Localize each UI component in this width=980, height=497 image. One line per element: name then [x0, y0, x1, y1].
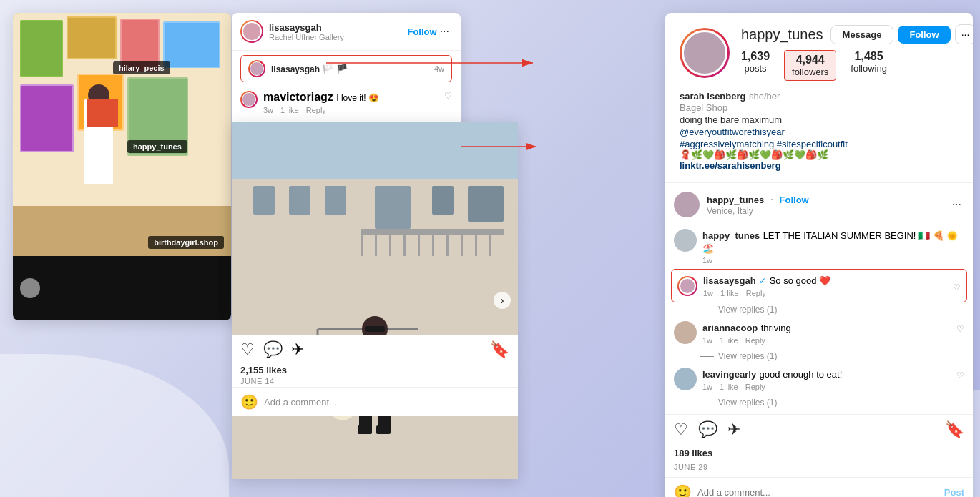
- highlighted-comment-text: lisasaysgah 🏳️ 🏴: [271, 64, 348, 74]
- bio-emojis: 🧣🌿💚🎒🌿🎒🌿💚🎒🌿💚🎒🌿: [680, 149, 959, 160]
- highlighted-comment-time: 4w: [434, 64, 444, 73]
- right-post-location: Venice, Italy: [707, 206, 949, 216]
- middle-username[interactable]: lisasaysgah: [269, 22, 407, 33]
- c2-reply[interactable]: Reply: [745, 336, 765, 345]
- post-comment-placeholder[interactable]: Add a comment...: [264, 397, 509, 408]
- svg-rect-37: [461, 235, 463, 256]
- right-post-button[interactable]: Post: [944, 487, 964, 498]
- h-comment-reply[interactable]: Reply: [746, 289, 766, 297]
- profile-avatar-inner: [682, 30, 727, 76]
- h-comment-time: 1w: [703, 289, 713, 297]
- svg-rect-58: [358, 425, 372, 434]
- bio-link[interactable]: linktr.ee/sarahisenberg: [680, 160, 959, 171]
- svg-rect-26: [375, 186, 411, 229]
- next-image-button[interactable]: ›: [494, 292, 511, 309]
- middle-dots-button[interactable]: ···: [437, 25, 452, 38]
- right-comment-input[interactable]: [697, 487, 944, 498]
- right-emoji-button[interactable]: 🙂: [674, 483, 692, 497]
- right-post-dots[interactable]: ···: [949, 198, 964, 211]
- svg-rect-3: [21, 21, 62, 76]
- stat-posts-label: posts: [741, 63, 770, 74]
- message-button[interactable]: Message: [830, 25, 894, 44]
- svg-rect-24: [289, 186, 310, 215]
- post-emoji-button[interactable]: 🙂: [240, 393, 258, 410]
- highlighted-right-username[interactable]: lisasaysgah: [703, 275, 756, 286]
- comment2-username[interactable]: ariannacoop: [702, 323, 758, 333]
- svg-rect-39: [489, 235, 491, 256]
- post-comment-icon[interactable]: 💬: [263, 340, 283, 359]
- middle-avatar-inner: [242, 21, 262, 41]
- svg-rect-38: [475, 235, 477, 256]
- svg-rect-5: [68, 18, 115, 58]
- highlighted-comment-username[interactable]: lisasaysgah: [271, 64, 320, 74]
- comment3-username[interactable]: leavingearly: [702, 369, 756, 380]
- profile-username[interactable]: happy_tunes: [741, 26, 823, 43]
- middle-post-avatar[interactable]: [240, 20, 263, 43]
- comment2-actions: 1w 1 like Reply: [702, 336, 951, 345]
- comment3-actions: 1w 1 like Reply: [702, 383, 951, 391]
- reply-content: mavictoriagz I love it! 😍 3w 1 like Repl…: [263, 91, 444, 117]
- stat-posts: 1,639 posts: [741, 50, 770, 81]
- right-bookmark-icon[interactable]: 🔖: [945, 420, 964, 439]
- right-heart-icon[interactable]: ♡: [674, 420, 688, 439]
- left-post-image: hilary_pecis happy_tunes birthdaygirl.sh…: [13, 13, 231, 256]
- right-post-avatar[interactable]: [674, 192, 700, 217]
- right-view-replies-2[interactable]: View replies (1): [665, 349, 973, 363]
- h-comment-heart[interactable]: ♡: [953, 282, 961, 292]
- c3-heart[interactable]: ♡: [956, 370, 964, 380]
- right-actions-bar: ♡ 💬 ✈ 🔖: [665, 414, 973, 445]
- svg-rect-36: [446, 235, 449, 256]
- stat-posts-number: 1,639: [741, 50, 770, 63]
- profile-more-button[interactable]: ···: [955, 24, 973, 44]
- comment2-avatar[interactable]: [674, 321, 697, 344]
- profile-avatar[interactable]: [680, 28, 730, 78]
- venice-artwork: [232, 122, 518, 479]
- bio-hashtags[interactable]: #aggressivelymatching #sitespecificoutfi…: [680, 139, 959, 149]
- highlighted-right-actions: 1w 1 like Reply: [703, 289, 947, 297]
- reply-username[interactable]: mavictoriagz: [263, 91, 333, 103]
- post-share-icon[interactable]: ✈: [291, 340, 304, 359]
- right-follow-button[interactable]: Follow: [780, 195, 809, 205]
- right-share-icon[interactable]: ✈: [727, 420, 740, 439]
- reply-likes[interactable]: 1 like: [280, 106, 299, 114]
- right-post-user: happy_tunes · Follow Venice, Italy: [707, 193, 949, 216]
- svg-rect-32: [389, 235, 391, 256]
- highlighted-right-avatar-inner: [679, 277, 696, 295]
- highlighted-right-avatar[interactable]: [677, 276, 697, 296]
- highlighted-comment-box: lisasaysgah 🏳️ 🏴 4w: [240, 55, 452, 82]
- reply-label[interactable]: Reply: [306, 106, 326, 114]
- profile-follow-button[interactable]: Follow: [898, 26, 950, 44]
- reply-heart-icon[interactable]: ♡: [444, 91, 452, 101]
- middle-follow-button[interactable]: Follow: [407, 26, 436, 37]
- c3-reply[interactable]: Reply: [745, 383, 765, 391]
- comment3-avatar[interactable]: [674, 368, 697, 390]
- reply-avatar[interactable]: [240, 91, 258, 108]
- right-comment-icon[interactable]: 💬: [698, 420, 717, 439]
- right-view-replies-1[interactable]: View replies (1): [665, 302, 973, 317]
- svg-rect-11: [21, 86, 72, 151]
- c2-likes[interactable]: 1 like: [720, 336, 738, 345]
- post-bookmark-icon[interactable]: 🔖: [490, 340, 509, 359]
- right-view-replies-3[interactable]: View replies (1): [665, 395, 973, 410]
- highlighted-right-text: So so good ❤️: [770, 275, 830, 286]
- middle-post-sub: Rachel Uffner Gallery: [269, 33, 407, 41]
- stat-followers[interactable]: 4,944 followers: [784, 50, 836, 81]
- caption-avatar[interactable]: [674, 229, 697, 252]
- profile-right: happy_tunes Message Follow ··· 1,639 pos…: [741, 24, 973, 81]
- highlighted-comment-avatar[interactable]: [248, 60, 265, 77]
- caption-username[interactable]: happy_tunes: [702, 230, 760, 241]
- c2-heart[interactable]: ♡: [956, 324, 964, 334]
- right-likes-count: 189 likes: [665, 445, 973, 461]
- c3-likes[interactable]: 1 like: [720, 383, 738, 391]
- bio-handles[interactable]: @everyoutfitworethisyear: [680, 127, 959, 137]
- profile-header-row: happy_tunes Message Follow ··· 1,639 pos…: [680, 24, 959, 81]
- reply-time: 3w: [263, 106, 273, 114]
- post-likes-count: 2,155 likes: [232, 365, 518, 375]
- bio-doing: doing the bare maximum: [680, 114, 959, 125]
- profile-bio: sarah isenberg she/her Bagel Shop doing …: [680, 89, 959, 171]
- h-comment-likes[interactable]: 1 like: [720, 289, 739, 297]
- post-date: JUNE 14: [232, 375, 518, 387]
- svg-rect-60: [365, 326, 385, 332]
- right-post-username[interactable]: happy_tunes: [707, 195, 764, 205]
- post-heart-icon[interactable]: ♡: [240, 340, 255, 359]
